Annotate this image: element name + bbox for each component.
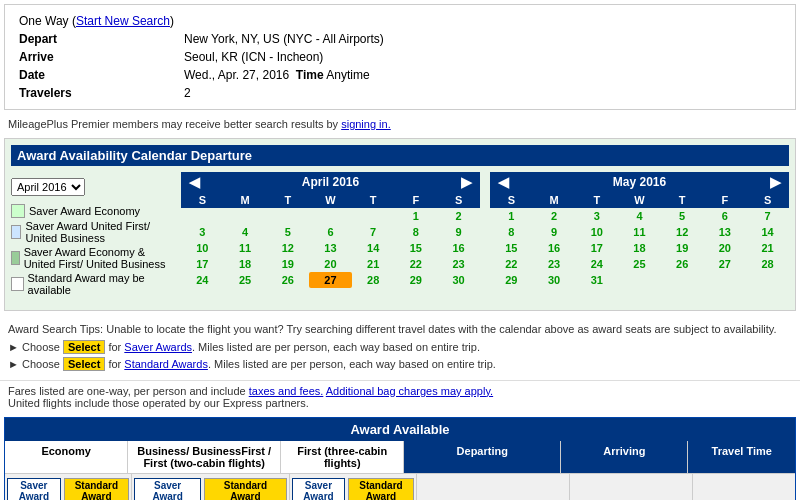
saver-select-btn[interactable]: Select: [63, 340, 105, 354]
taxes-fees-link[interactable]: taxes and fees.: [249, 385, 324, 397]
calendar-day[interactable]: 22: [490, 256, 533, 272]
first-saver-btn[interactable]: Saver Award: [292, 478, 346, 500]
calendar-day[interactable]: 20: [704, 240, 747, 256]
calendar-day[interactable]: 5: [661, 208, 704, 224]
calendar-day[interactable]: 12: [266, 240, 309, 256]
calendar-day[interactable]: 21: [746, 240, 789, 256]
month-dropdown[interactable]: April 2016: [11, 178, 85, 196]
calendar-day[interactable]: 30: [437, 272, 480, 288]
calendar-day[interactable]: 10: [575, 224, 618, 240]
arrive-label: Arrive: [15, 49, 178, 65]
calendar-day[interactable]: 4: [618, 208, 661, 224]
award-header: Award Available: [5, 418, 795, 441]
calendar-day[interactable]: 15: [395, 240, 438, 256]
calendar-day[interactable]: 21: [352, 256, 395, 272]
april-calendar: ◀ April 2016 ▶ SMTWTFS 12345678910111213…: [181, 172, 480, 298]
calendar-day[interactable]: 18: [224, 256, 267, 272]
calendar-day[interactable]: 1: [490, 208, 533, 224]
calendar-day[interactable]: 28: [352, 272, 395, 288]
calendar-day[interactable]: 11: [618, 224, 661, 240]
biz-standard-btn[interactable]: Standard Award: [204, 478, 286, 500]
calendar-day[interactable]: 20: [309, 256, 352, 272]
standard-select-btn[interactable]: Select: [63, 357, 105, 371]
calendar-day[interactable]: 23: [533, 256, 576, 272]
time-label: Time: [296, 68, 324, 82]
bag-charges-link[interactable]: Additional bag charges may apply.: [326, 385, 493, 397]
col-first: First (three-cabin flights): [281, 441, 404, 473]
calendar-day[interactable]: 7: [352, 224, 395, 240]
calendar-day[interactable]: 3: [575, 208, 618, 224]
calendar-day[interactable]: 8: [395, 224, 438, 240]
col-economy: Economy: [5, 441, 128, 473]
economy-saver-btn[interactable]: Saver Award: [7, 478, 61, 500]
calendar-day[interactable]: 17: [575, 240, 618, 256]
calendar-day[interactable]: 22: [395, 256, 438, 272]
economy-standard-btn[interactable]: Standard Award: [64, 478, 129, 500]
standard-awards-link[interactable]: Standard Awards: [124, 358, 208, 370]
calendar-day[interactable]: 24: [181, 272, 224, 288]
calendar-day[interactable]: 8: [490, 224, 533, 240]
may-prev-nav[interactable]: ◀: [492, 174, 515, 190]
calendar-day[interactable]: 19: [661, 240, 704, 256]
calendar-day[interactable]: 23: [437, 256, 480, 272]
calendar-day[interactable]: 26: [661, 256, 704, 272]
award-section: Award Available Economy Business/ Busine…: [4, 417, 796, 500]
calendar-day[interactable]: 28: [746, 256, 789, 272]
calendar-day[interactable]: 17: [181, 256, 224, 272]
calendar-day: [746, 272, 789, 288]
calendar-title: Award Availability Calendar Departure: [11, 145, 789, 166]
calendar-day[interactable]: 15: [490, 240, 533, 256]
calendar-day[interactable]: 13: [309, 240, 352, 256]
calendar-day[interactable]: 2: [437, 208, 480, 224]
calendar-day[interactable]: 4: [224, 224, 267, 240]
calendar-day[interactable]: 9: [533, 224, 576, 240]
april-next-nav[interactable]: ▶: [455, 174, 478, 190]
calendar-day[interactable]: 10: [181, 240, 224, 256]
calendar-day[interactable]: 27: [309, 272, 352, 288]
legend-saver-economy: Saver Award Economy: [11, 204, 171, 218]
calendar-day[interactable]: 11: [224, 240, 267, 256]
calendar-day: [309, 208, 352, 224]
april-prev-nav[interactable]: ◀: [183, 174, 206, 190]
mileage-note: MileagePlus Premier members may receive …: [0, 114, 800, 134]
tip-line3: ► Choose Select for Standard Awards. Mil…: [8, 356, 792, 374]
biz-saver-btn[interactable]: Saver Award: [134, 478, 201, 500]
arrive-value: Seoul, KR (ICN - Incheon): [180, 49, 388, 65]
trip-type: One Way: [19, 14, 69, 28]
fares-note: Fares listed are one-way, per person and…: [0, 380, 800, 413]
saver-awards-link[interactable]: Saver Awards: [124, 341, 192, 353]
calendar-day[interactable]: 29: [395, 272, 438, 288]
calendar-day[interactable]: 19: [266, 256, 309, 272]
calendar-day[interactable]: 3: [181, 224, 224, 240]
calendar-day[interactable]: 14: [746, 224, 789, 240]
calendar-day[interactable]: 1: [395, 208, 438, 224]
signing-in-link[interactable]: signing in.: [341, 118, 391, 130]
depart-label: Depart: [15, 31, 178, 47]
calendar-day[interactable]: 25: [618, 256, 661, 272]
calendar-day[interactable]: 14: [352, 240, 395, 256]
calendar-day[interactable]: 16: [437, 240, 480, 256]
date-value: Wed., Apr. 27, 2016: [184, 68, 289, 82]
calendar-day: [224, 208, 267, 224]
calendar-day[interactable]: 7: [746, 208, 789, 224]
first-standard-btn[interactable]: Standard Award: [348, 478, 413, 500]
calendar-day[interactable]: 26: [266, 272, 309, 288]
legend-standard: Standard Award may be available: [11, 272, 171, 296]
calendar-day[interactable]: 9: [437, 224, 480, 240]
start-new-search-link[interactable]: Start New Search: [76, 14, 170, 28]
calendar-day[interactable]: 29: [490, 272, 533, 288]
calendar-day[interactable]: 24: [575, 256, 618, 272]
calendar-day[interactable]: 13: [704, 224, 747, 240]
calendar-day[interactable]: 16: [533, 240, 576, 256]
calendar-day[interactable]: 12: [661, 224, 704, 240]
calendar-day[interactable]: 6: [309, 224, 352, 240]
calendar-day[interactable]: 30: [533, 272, 576, 288]
calendar-day[interactable]: 5: [266, 224, 309, 240]
calendar-day[interactable]: 27: [704, 256, 747, 272]
calendar-day[interactable]: 6: [704, 208, 747, 224]
may-next-nav[interactable]: ▶: [764, 174, 787, 190]
calendar-day[interactable]: 25: [224, 272, 267, 288]
calendar-day[interactable]: 18: [618, 240, 661, 256]
calendar-day[interactable]: 31: [575, 272, 618, 288]
calendar-day[interactable]: 2: [533, 208, 576, 224]
